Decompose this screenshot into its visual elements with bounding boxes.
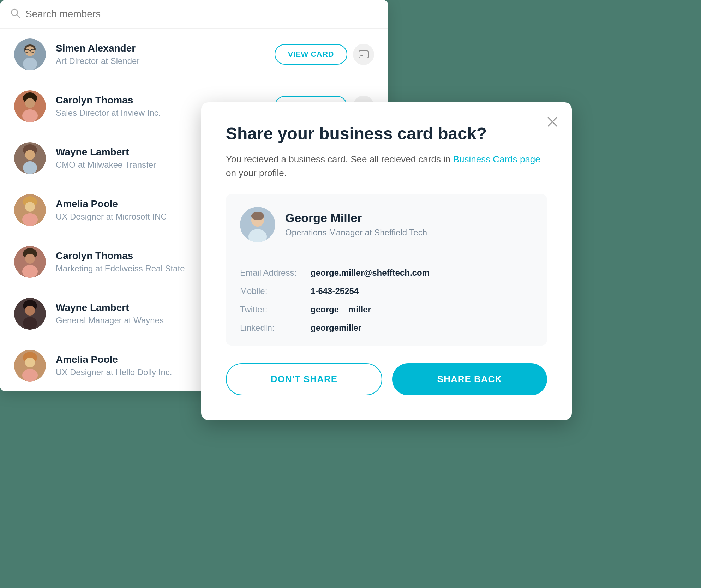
twitter-label: Twitter:: [240, 305, 296, 314]
view-card-button[interactable]: VIEW CARD: [275, 44, 347, 65]
mobile-value: 1-643-25254: [311, 286, 533, 296]
contact-avatar: [240, 207, 275, 242]
modal-subtitle-text: You recieved a business card. See all re…: [226, 154, 450, 164]
modal-subtitle-end: on your profile.: [226, 168, 287, 178]
modal-subtitle: You recieved a business card. See all re…: [226, 152, 547, 180]
svg-point-15: [22, 109, 38, 122]
member-info: Simen Alexander Art Director at Slender: [56, 43, 265, 66]
svg-point-22: [23, 161, 37, 174]
member-avatar: [14, 246, 46, 278]
svg-point-47: [251, 212, 264, 220]
svg-rect-9: [359, 51, 368, 58]
member-row: Simen Alexander Art Director at Slender …: [0, 29, 388, 80]
svg-point-32: [25, 254, 35, 264]
svg-point-40: [25, 358, 35, 367]
contact-name: George Miller: [285, 211, 427, 225]
search-icon: [10, 8, 21, 20]
svg-point-21: [25, 150, 35, 160]
member-avatar: [14, 298, 46, 330]
svg-line-1: [17, 15, 20, 18]
modal-buttons: DON'T SHARE SHARE BACK: [226, 363, 547, 395]
mobile-label: Mobile:: [240, 286, 296, 296]
contact-header: George Miller Operations Manager at Shef…: [240, 207, 533, 255]
modal-title: Share your business card back?: [226, 124, 547, 144]
member-avatar: [14, 38, 46, 70]
search-input[interactable]: [25, 8, 378, 20]
dont-share-button[interactable]: DON'T SHARE: [226, 363, 382, 395]
card-icon-button[interactable]: [353, 44, 374, 65]
member-title: Art Director at Slender: [56, 56, 265, 66]
member-avatar: [14, 194, 46, 226]
svg-point-33: [22, 265, 38, 278]
linkedin-label: LinkedIn:: [240, 323, 296, 333]
svg-point-41: [22, 369, 38, 382]
member-avatar: [14, 350, 46, 382]
search-bar: [0, 0, 388, 29]
contact-card: George Miller Operations Manager at Shef…: [226, 194, 547, 346]
share-modal: Share your business card back? You recie…: [201, 102, 572, 420]
svg-point-14: [25, 98, 35, 108]
business-cards-link[interactable]: Business Cards page: [453, 154, 540, 164]
svg-point-29: [22, 213, 38, 226]
linkedin-value: georgemiller: [311, 323, 533, 333]
contact-job-title: Operations Manager at Sheffield Tech: [285, 228, 427, 238]
contact-details: Email Address: george.miller@shefftech.c…: [240, 268, 533, 333]
svg-point-36: [25, 306, 35, 316]
svg-point-4: [25, 46, 35, 56]
contact-info: George Miller Operations Manager at Shef…: [285, 211, 427, 238]
member-name: Simen Alexander: [56, 43, 265, 54]
close-button[interactable]: [544, 113, 561, 131]
member-avatar: [14, 142, 46, 174]
svg-rect-11: [360, 55, 363, 56]
svg-point-28: [25, 202, 35, 212]
twitter-value: george__miller: [311, 305, 533, 314]
email-label: Email Address:: [240, 268, 296, 278]
svg-point-37: [23, 317, 37, 330]
share-back-button[interactable]: SHARE BACK: [392, 363, 547, 395]
member-actions: VIEW CARD: [275, 44, 374, 65]
email-value: george.miller@shefftech.com: [311, 268, 533, 278]
member-avatar: [14, 90, 46, 122]
svg-point-8: [23, 58, 37, 70]
